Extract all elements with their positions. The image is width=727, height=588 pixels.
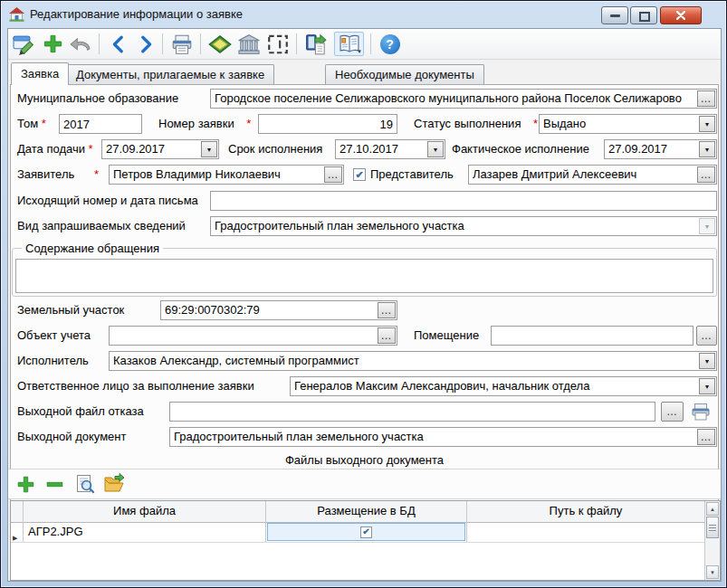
minimize-button[interactable] [601,6,628,24]
maximize-icon [639,12,650,22]
actual-date-dropdown-button[interactable]: ▼ [699,141,715,157]
dialog-window: Редактирование информации о заявке [0,0,727,588]
municipality-label: Муниципальное образование [17,89,178,109]
output-document-ellipsis-button[interactable]: … [697,429,715,445]
help-button[interactable]: ? [378,32,402,56]
house-icon [9,7,24,22]
volume-input[interactable] [59,114,142,134]
next-button[interactable] [133,32,158,56]
tab-required-documents[interactable]: Необходимые документы [325,64,484,84]
due-date-picker[interactable]: 27.10.2017 ▼ [335,139,445,159]
cell-file-path[interactable] [467,522,704,542]
due-date-dropdown-button[interactable]: ▼ [427,141,444,157]
premises-ellipsis-button[interactable]: … [696,326,717,346]
current-row-marker-icon: ▶ [13,528,17,547]
print-button[interactable] [169,32,194,56]
representative-field[interactable]: Лазарев Дмитрий Алексеевич … [468,165,717,185]
responsible-combobox[interactable]: Генералов Максим Александрович, начальни… [290,376,717,396]
table-vertical-scrollbar[interactable]: ▲ ▼ [704,501,720,580]
column-header-file-name[interactable]: Имя файла [24,501,266,522]
cell-file-name[interactable]: АГР2.JPG [24,522,266,542]
municipality-field[interactable]: Городское поселение Селижаровского муниц… [210,89,717,109]
accounting-object-ellipsis-button[interactable]: … [378,327,396,344]
floor-plan-button[interactable] [265,32,290,56]
executor-dropdown-button[interactable]: ▼ [699,353,715,369]
refusal-file-print-button[interactable] [686,400,715,423]
export-document-button[interactable] [303,32,328,56]
column-header-file-path[interactable]: Путь к файлу [467,501,704,522]
accounting-object-field[interactable]: … [109,326,397,346]
status-dropdown-button[interactable]: ▼ [699,116,715,132]
premises-input[interactable] [491,326,694,346]
representative-checkbox[interactable]: ✔ [353,168,366,181]
refusal-file-ellipsis-button[interactable]: … [661,402,684,422]
reference-book-button[interactable]: ▼ [334,32,364,56]
file-preview-button[interactable] [73,472,97,496]
outgoing-letter-input[interactable] [210,191,717,211]
land-parcel-button[interactable] [207,32,232,56]
file-add-button[interactable] [14,472,37,496]
selected-cell-highlight: ✔ [267,523,465,541]
scrollbar-thumb[interactable] [706,517,719,538]
file-remove-button[interactable] [43,472,66,496]
land-parcel-icon [208,33,232,56]
maximize-button[interactable] [630,6,657,24]
add-button[interactable] [41,32,65,56]
edit-button[interactable] [12,32,36,56]
refusal-file-input[interactable] [169,402,655,422]
table-row[interactable]: ▶ АГР2.JPG ✔ [11,522,704,543]
in-db-checkbox[interactable]: ✔ [360,526,372,538]
request-number-input[interactable] [258,114,397,134]
cell-in-db[interactable]: ✔ [266,522,467,542]
land-parcel-ellipsis-button[interactable]: … [378,302,396,318]
previous-icon [109,34,129,54]
dropdown-icon: ▼ [704,223,711,230]
scroll-up-button[interactable]: ▲ [706,502,719,516]
representative-ellipsis-button[interactable]: … [697,166,715,183]
toolbar-separator [200,33,201,54]
tab-request[interactable]: Заявка [11,62,69,85]
required-marker: * [246,117,251,130]
land-parcel-field[interactable]: 69:29:0070302:79 … [160,300,397,320]
scroll-down-button[interactable]: ▼ [706,565,719,579]
applicant-ellipsis-button[interactable]: … [324,166,342,183]
requested-info-dropdown-button[interactable]: ▼ [699,218,715,234]
column-header-in-db[interactable]: Размещение в БД [266,501,467,522]
file-open-folder-button[interactable] [102,472,126,496]
executor-combobox[interactable]: Казаков Александр, системный программист… [109,351,717,371]
responsible-dropdown-button[interactable]: ▼ [699,378,715,394]
applicant-field[interactable]: Петров Владимир Николаевич … [109,165,344,185]
undo-button[interactable] [68,32,92,56]
main-toolbar: ▼ ? [8,29,721,60]
previous-button[interactable] [106,32,130,56]
ellipsis-icon: … [701,431,713,443]
status-combobox[interactable]: Выдано ▼ [539,114,717,134]
checkmark-icon: ✔ [362,526,369,537]
appeal-content-label: Содержание обращения [22,241,163,256]
title-bar[interactable]: Редактирование информации о заявке [1,1,726,28]
appeal-content-textarea[interactable] [15,259,713,293]
ellipsis-icon: … [381,304,393,317]
output-document-field[interactable]: Градостроительный план земельного участк… [169,427,717,447]
requested-info-combobox[interactable]: Градостроительный план земельного участк… [210,216,717,236]
filing-date-dropdown-button[interactable]: ▼ [201,141,217,157]
tab-strip: Заявка Документы, прилагаемые к заявке Н… [10,62,719,84]
municipality-ellipsis-button[interactable]: … [697,90,715,107]
applicant-label: Заявитель * [17,165,99,185]
ellipsis-icon: … [381,329,393,342]
undo-icon [69,33,91,55]
dropdown-icon: ▼ [704,384,711,390]
print-icon [170,33,194,56]
organization-button[interactable] [236,32,261,56]
help-icon: ? [380,34,400,54]
close-button[interactable] [660,6,702,24]
tab-attached-documents[interactable]: Документы, прилагаемые к заявке [66,64,274,84]
ellipsis-icon: … [328,168,340,181]
add-icon [16,475,35,494]
organization-icon [237,33,261,56]
filing-date-label: Дата подачи * [17,139,93,159]
actual-date-picker[interactable]: 27.09.2017 ▼ [604,139,717,159]
requested-info-label: Вид запрашиваемых сведений [17,216,186,236]
client-area: ▼ ? Заявка Документы, прилагаемые к заяв… [7,28,722,582]
filing-date-picker[interactable]: 27.09.2017 ▼ [101,139,219,159]
